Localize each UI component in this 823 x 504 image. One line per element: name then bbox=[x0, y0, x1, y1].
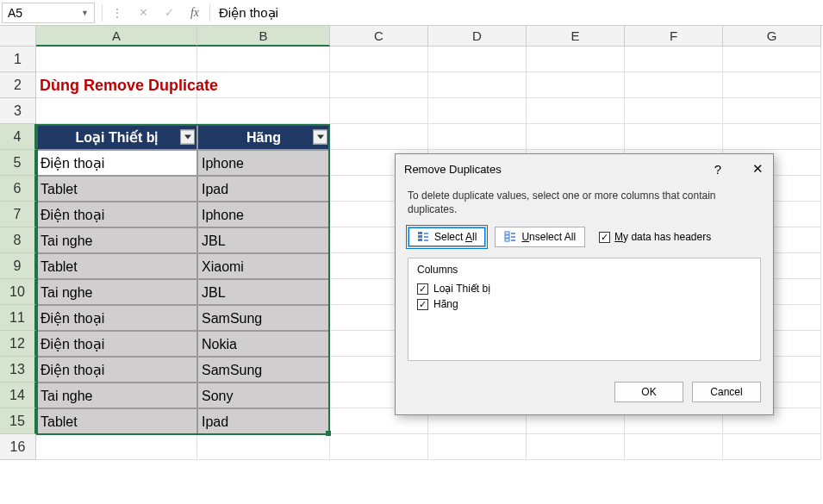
table-cell[interactable]: Tai nghe bbox=[36, 227, 197, 253]
name-box-dropdown-icon[interactable]: ▼ bbox=[81, 9, 89, 17]
table-cell[interactable]: JBL bbox=[197, 279, 330, 305]
table-cell[interactable]: SamSung bbox=[197, 357, 330, 383]
cell[interactable] bbox=[428, 98, 527, 124]
row-header[interactable]: 7 bbox=[0, 202, 36, 227]
close-icon[interactable]: ✕ bbox=[751, 161, 764, 177]
cell[interactable] bbox=[527, 124, 625, 150]
dialog-titlebar[interactable]: Remove Duplicates ? ✕ bbox=[396, 154, 773, 184]
table-cell[interactable]: Tai nghe bbox=[36, 279, 197, 305]
columns-listbox[interactable]: Columns ✓ Loại Thiết bị ✓ Hãng bbox=[408, 258, 761, 361]
cell[interactable] bbox=[330, 47, 428, 72]
row-header[interactable]: 13 bbox=[0, 357, 36, 383]
table-cell[interactable]: JBL bbox=[197, 227, 330, 253]
cell[interactable] bbox=[723, 72, 821, 98]
cell[interactable] bbox=[527, 98, 625, 124]
ok-button[interactable]: OK bbox=[614, 382, 683, 402]
cell[interactable] bbox=[197, 47, 330, 72]
cell[interactable] bbox=[625, 434, 723, 460]
cell[interactable] bbox=[36, 98, 197, 124]
unselect-all-button[interactable]: Unselect All bbox=[495, 227, 585, 247]
col-header-B[interactable]: B bbox=[197, 26, 330, 47]
row-header[interactable]: 8 bbox=[0, 227, 36, 253]
row-header[interactable]: 1 bbox=[0, 47, 36, 72]
col-header-D[interactable]: D bbox=[428, 26, 527, 47]
table-cell[interactable]: Ipad bbox=[197, 176, 330, 202]
cell[interactable] bbox=[428, 72, 527, 98]
cell[interactable] bbox=[527, 434, 625, 460]
table-cell[interactable]: Điện thoại bbox=[36, 357, 197, 383]
help-icon[interactable]: ? bbox=[711, 162, 725, 177]
active-cell[interactable]: Điện thoại bbox=[36, 150, 197, 176]
cell[interactable] bbox=[428, 434, 527, 460]
filter-dropdown-icon[interactable] bbox=[313, 130, 327, 145]
table-cell[interactable]: Tai nghe bbox=[36, 383, 197, 408]
cell[interactable] bbox=[428, 124, 527, 150]
table-cell[interactable]: Iphone bbox=[197, 150, 330, 176]
cell[interactable] bbox=[330, 124, 428, 150]
filter-dropdown-icon[interactable] bbox=[180, 130, 195, 145]
table-cell[interactable]: Điện thoại bbox=[36, 202, 197, 227]
cell[interactable] bbox=[36, 434, 197, 460]
row-header[interactable]: 16 bbox=[0, 434, 36, 460]
table-cell[interactable]: Tablet bbox=[36, 176, 197, 202]
column-option[interactable]: ✓ Hãng bbox=[417, 296, 751, 312]
fx-icon[interactable]: fx bbox=[182, 3, 208, 23]
title-cell[interactable]: Dùng Remove Duplicate bbox=[36, 72, 197, 98]
table-header[interactable]: Loại Thiết bị bbox=[36, 124, 197, 150]
my-data-has-headers-checkbox[interactable]: ✓ My data has headers bbox=[599, 231, 711, 243]
row-header[interactable]: 15 bbox=[0, 408, 36, 434]
cell[interactable] bbox=[723, 124, 821, 150]
formula-dropdown-icon[interactable]: ⋮ bbox=[104, 3, 130, 23]
cell[interactable] bbox=[625, 98, 723, 124]
table-cell[interactable]: Điện thoại bbox=[36, 331, 197, 357]
formula-input[interactable]: Điện thoại bbox=[212, 5, 823, 21]
col-header-A[interactable]: A bbox=[36, 26, 197, 47]
cell[interactable] bbox=[625, 124, 723, 150]
table-cell[interactable]: Điện thoại bbox=[36, 305, 197, 331]
row-header[interactable]: 10 bbox=[0, 279, 36, 305]
column-option[interactable]: ✓ Loại Thiết bị bbox=[417, 281, 751, 296]
col-header-F[interactable]: F bbox=[625, 26, 723, 47]
table-cell[interactable]: Ipad bbox=[197, 408, 330, 434]
row-header[interactable]: 2 bbox=[0, 72, 36, 98]
select-all-button[interactable]: Select All bbox=[408, 227, 486, 247]
row-header[interactable]: 11 bbox=[0, 305, 36, 331]
cell[interactable] bbox=[527, 72, 625, 98]
select-all-corner[interactable] bbox=[0, 26, 36, 47]
cancel-icon[interactable]: ✕ bbox=[130, 3, 156, 23]
cell[interactable] bbox=[330, 72, 428, 98]
table-cell[interactable]: SamSung bbox=[197, 305, 330, 331]
row-header[interactable]: 5 bbox=[0, 150, 36, 176]
col-header-E[interactable]: E bbox=[527, 26, 625, 47]
row-header[interactable]: 6 bbox=[0, 176, 36, 202]
cell[interactable] bbox=[330, 98, 428, 124]
table-cell[interactable]: Sony bbox=[197, 383, 330, 408]
col-header-C[interactable]: C bbox=[330, 26, 428, 47]
cell[interactable] bbox=[428, 47, 527, 72]
cell[interactable] bbox=[197, 98, 330, 124]
cell[interactable] bbox=[723, 98, 821, 124]
name-box[interactable]: A5 ▼ bbox=[2, 3, 95, 23]
table-cell[interactable]: Tablet bbox=[36, 253, 197, 279]
row-header[interactable]: 9 bbox=[0, 253, 36, 279]
cell[interactable] bbox=[723, 47, 821, 72]
table-cell[interactable]: Xiaomi bbox=[197, 253, 330, 279]
cancel-button[interactable]: Cancel bbox=[692, 382, 761, 402]
cell[interactable] bbox=[625, 47, 723, 72]
table-header[interactable]: Hãng bbox=[197, 124, 330, 150]
cell[interactable] bbox=[197, 434, 330, 460]
cell[interactable] bbox=[723, 434, 821, 460]
col-header-G[interactable]: G bbox=[723, 26, 821, 47]
cell[interactable] bbox=[36, 47, 197, 72]
row-header[interactable]: 3 bbox=[0, 98, 36, 124]
cell[interactable] bbox=[330, 434, 428, 460]
row-header[interactable]: 4 bbox=[0, 124, 36, 150]
enter-icon[interactable]: ✓ bbox=[156, 3, 182, 23]
table-cell[interactable]: Tablet bbox=[36, 408, 197, 434]
table-cell[interactable]: Nokia bbox=[197, 331, 330, 357]
table-cell[interactable]: Iphone bbox=[197, 202, 330, 227]
row-header[interactable]: 14 bbox=[0, 383, 36, 408]
cell[interactable] bbox=[625, 72, 723, 98]
cell[interactable] bbox=[527, 47, 625, 72]
row-header[interactable]: 12 bbox=[0, 331, 36, 357]
